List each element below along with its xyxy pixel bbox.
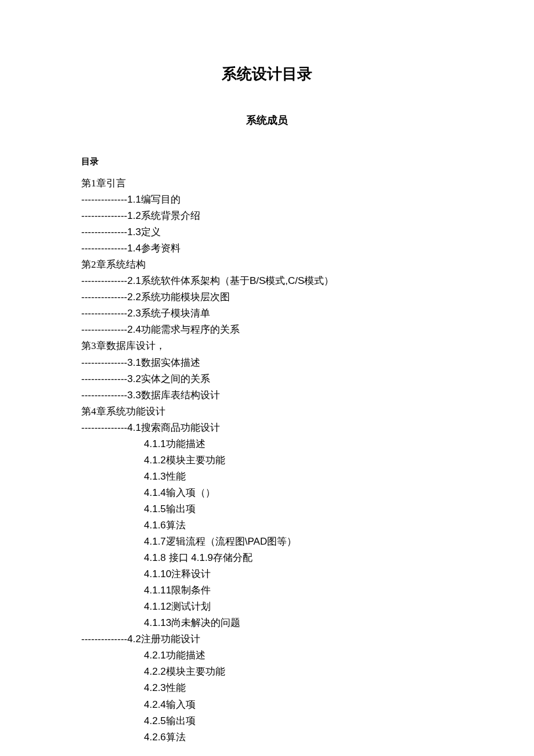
- toc-subentry: 4.2.4输入项: [81, 697, 453, 713]
- toc-subentry: 4.1.5输出项: [81, 501, 453, 517]
- toc-chapter: 第3章数据库设计，: [81, 338, 453, 354]
- toc-entry: --------------2.3系统子模块清单: [81, 305, 453, 322]
- toc-subentry: 4.1.6算法: [81, 517, 453, 534]
- toc-chapter: 第4章系统功能设计: [81, 404, 453, 420]
- toc-subentry: 4.1.2模块主要功能: [81, 452, 453, 469]
- toc-entry: --------------4.2注册功能设计: [81, 631, 453, 647]
- toc-entry: --------------1.1编写目的: [81, 192, 453, 208]
- toc-subentry: 4.2.2模块主要功能: [81, 664, 453, 680]
- main-title: 系统设计目录: [81, 64, 453, 84]
- toc-entry: --------------1.2系统背景介绍: [81, 208, 453, 224]
- toc-entry: --------------2.2系统功能模块层次图: [81, 289, 453, 305]
- toc-subentry: 4.1.13尚未解决的问题: [81, 615, 453, 631]
- toc-entry: --------------3.2实体之间的关系: [81, 371, 453, 387]
- toc-subentry: 4.2.5输出项: [81, 713, 453, 729]
- toc-subentry: 4.1.12测试计划: [81, 599, 453, 615]
- toc-entry: --------------1.4参考资料: [81, 240, 453, 257]
- toc-entry: --------------3.3数据库表结构设计: [81, 387, 453, 404]
- toc-entry: --------------4.1搜索商品功能设计: [81, 420, 453, 436]
- toc-chapter: 第1章引言: [81, 175, 453, 192]
- toc-subentry: 4.1.10注释设计: [81, 566, 453, 582]
- toc-subentry: 4.1.4输入项（）: [81, 485, 453, 501]
- table-of-contents: 第1章引言 --------------1.1编写目的 ------------…: [81, 175, 453, 746]
- toc-subentry: 4.1.8 接口 4.1.9存储分配: [81, 550, 453, 566]
- toc-entry: --------------1.3定义: [81, 224, 453, 240]
- toc-label: 目录: [81, 156, 453, 167]
- sub-title: 系统成员: [81, 113, 453, 127]
- toc-subentry: 4.2.6算法: [81, 729, 453, 746]
- toc-subentry: 4.2.3性能: [81, 680, 453, 696]
- toc-entry: --------------2.1系统软件体系架构（基于B/S模式,C/S模式）: [81, 273, 453, 289]
- toc-subentry: 4.2.1功能描述: [81, 647, 453, 664]
- toc-chapter: 第2章系统结构: [81, 257, 453, 273]
- toc-subentry: 4.1.7逻辑流程（流程图\PAD图等）: [81, 534, 453, 550]
- toc-entry: --------------3.1数据实体描述: [81, 355, 453, 371]
- toc-subentry: 4.1.3性能: [81, 469, 453, 485]
- document-page: 系统设计目录 系统成员 目录 第1章引言 --------------1.1编写…: [0, 0, 534, 756]
- toc-subentry: 4.1.11限制条件: [81, 582, 453, 599]
- toc-subentry: 4.1.1功能描述: [81, 436, 453, 452]
- toc-entry: --------------2.4功能需求与程序的关系: [81, 322, 453, 338]
